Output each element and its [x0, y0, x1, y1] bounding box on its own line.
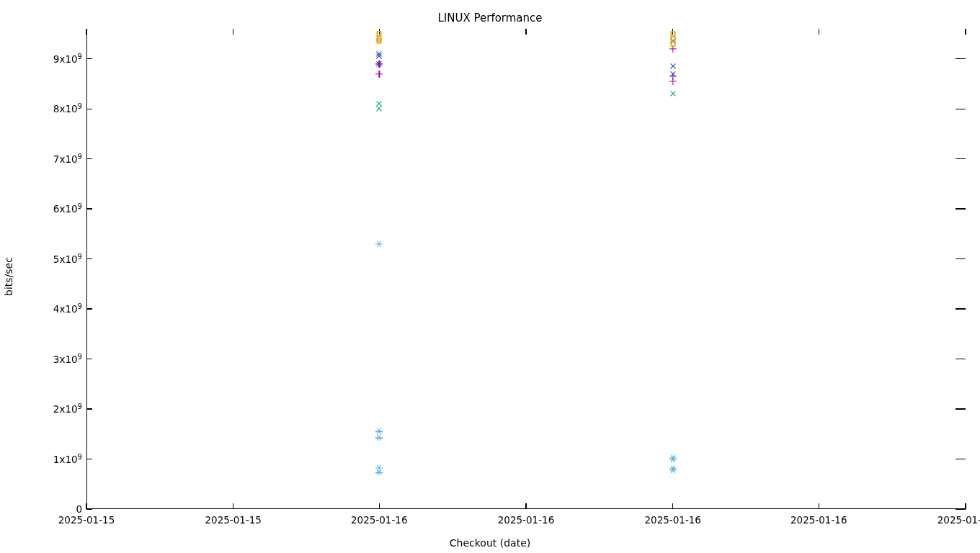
- asterisk-marker: [375, 240, 383, 248]
- x-tick-mark: [965, 503, 966, 509]
- y-tick-mark: [956, 459, 966, 459]
- x-marker: [375, 53, 383, 60]
- plus-marker: [669, 45, 677, 53]
- y-tick-mark: [956, 508, 966, 509]
- square-marker: [377, 39, 382, 44]
- chart-title: LINUX Performance: [0, 12, 980, 24]
- asterisk-marker: [375, 464, 383, 472]
- x-tick-mark: [525, 29, 526, 35]
- x-marker: [375, 60, 383, 68]
- plot-area: [86, 29, 966, 509]
- y-tick-mark: [86, 408, 92, 409]
- asterisk-marker: [375, 469, 383, 476]
- y-tick-mark: [956, 308, 966, 309]
- y-tick-mark: [956, 359, 966, 359]
- plus-marker: [375, 60, 383, 68]
- x-tick-mark: [672, 29, 673, 35]
- square-marker: [377, 36, 382, 41]
- y-tick-mark: [956, 258, 966, 259]
- y-tick-label: 3x109: [53, 354, 82, 365]
- x-tick-mark: [819, 503, 819, 509]
- x-tick-mark: [233, 503, 233, 509]
- y-tick-label: 4x109: [53, 303, 82, 315]
- x-marker: [375, 105, 383, 112]
- x-tick-label: 2025-01-16: [937, 514, 980, 526]
- x-tick-mark: [965, 29, 966, 35]
- y-tick-label: 6x109: [53, 203, 82, 215]
- x-tick-mark: [233, 29, 233, 35]
- y-tick-label: 1x109: [53, 454, 82, 465]
- y-tick-mark: [956, 408, 966, 409]
- y-tick-mark: [86, 158, 92, 159]
- x-marker: [375, 50, 383, 58]
- square-marker: [670, 36, 675, 41]
- asterisk-marker: [669, 456, 677, 463]
- x-axis-label: Checkout (date): [0, 537, 980, 549]
- plus-marker: [375, 60, 383, 68]
- x-tick-mark: [379, 29, 380, 35]
- asterisk-marker: [669, 467, 677, 474]
- square-marker: [670, 41, 675, 46]
- asterisk-marker: [375, 428, 383, 435]
- asterisk-marker: [669, 454, 677, 462]
- y-tick-label: 9x109: [53, 53, 82, 65]
- x-tick-mark: [86, 29, 86, 35]
- x-tick-label: 2025-01-15: [58, 514, 115, 526]
- x-marker: [669, 71, 677, 78]
- y-tick-label: 7x109: [53, 153, 82, 165]
- x-tick-label: 2025-01-16: [498, 514, 554, 526]
- x-tick-label: 2025-01-16: [645, 514, 701, 526]
- x-tick-mark: [819, 29, 819, 35]
- x-tick-label: 2025-01-16: [351, 514, 407, 526]
- y-tick-mark: [86, 359, 92, 359]
- x-marker: [669, 37, 677, 45]
- y-tick-mark: [86, 508, 92, 509]
- y-tick-mark: [86, 109, 92, 109]
- plus-marker: [669, 78, 677, 85]
- x-marker: [669, 63, 677, 70]
- x-tick-mark: [86, 503, 86, 509]
- asterisk-marker: [375, 434, 383, 441]
- y-tick-label: 8x109: [53, 103, 82, 114]
- x-tick-label: 2025-01-16: [790, 514, 847, 526]
- y-tick-mark: [956, 208, 966, 209]
- y-tick-mark: [86, 258, 92, 259]
- y-tick-label: 0: [76, 503, 82, 515]
- plus-marker: [669, 73, 677, 80]
- y-tick-mark: [956, 158, 966, 159]
- y-tick-mark: [86, 459, 92, 459]
- y-tick-label: 2x109: [53, 403, 82, 415]
- y-axis-label: bits/sec: [3, 257, 14, 296]
- y-axis: [86, 29, 87, 509]
- performance-chart: LINUX Performance bits/sec Checkout (dat…: [0, 0, 980, 553]
- y-tick-mark: [86, 308, 92, 309]
- x-tick-mark: [672, 503, 673, 509]
- y-tick-mark: [86, 58, 92, 59]
- y-tick-mark: [86, 208, 92, 209]
- x-marker: [669, 90, 677, 97]
- x-tick-mark: [379, 503, 380, 509]
- y-tick-mark: [956, 58, 966, 59]
- asterisk-marker: [669, 465, 677, 472]
- x-tick-mark: [525, 503, 526, 509]
- y-tick-mark: [956, 109, 966, 109]
- plus-marker: [375, 71, 383, 78]
- y-tick-label: 5x109: [53, 253, 82, 265]
- x-tick-label: 2025-01-15: [205, 514, 262, 526]
- x-marker: [375, 100, 383, 107]
